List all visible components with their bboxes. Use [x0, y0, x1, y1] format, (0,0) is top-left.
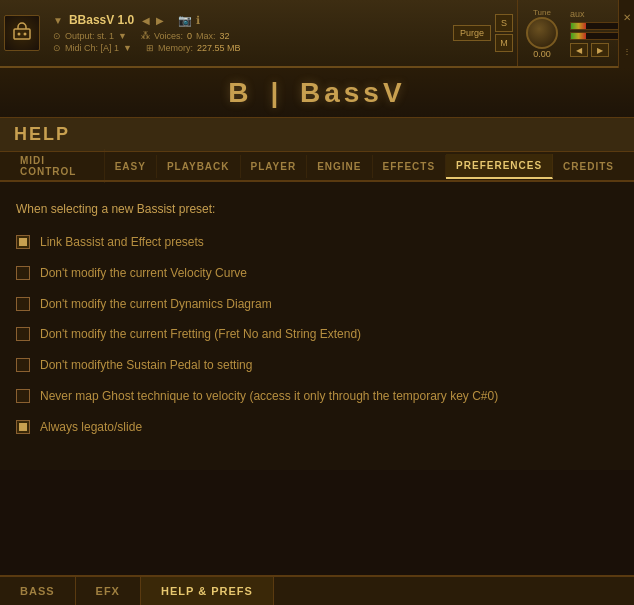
- resize-handle[interactable]: ⋮: [623, 47, 631, 56]
- svg-point-2: [24, 33, 27, 36]
- m-button[interactable]: M: [495, 34, 513, 52]
- camera-icon[interactable]: 📷: [178, 14, 192, 27]
- meter-btn1[interactable]: ◀: [570, 43, 588, 57]
- nav-tabs: MIDI CONTROLEASYPLAYBACKPLAYERENGINEEFFE…: [0, 152, 634, 182]
- option-text-link-bassist: Link Bassist and Effect presets: [40, 234, 204, 251]
- bottom-bar: BASSEFXHELP & PREFS: [0, 575, 634, 605]
- info-icon[interactable]: ℹ: [196, 14, 200, 27]
- plugin-info: ▼ BBassV 1.0 ◀ ▶ 📷 ℹ ⊙ Output: st. 1 ▼ ⁂…: [45, 0, 449, 66]
- top-panel: ▼ BBassV 1.0 ◀ ▶ 📷 ℹ ⊙ Output: st. 1 ▼ ⁂…: [0, 0, 634, 68]
- checkbox-ghost-technique[interactable]: [16, 389, 30, 403]
- checkbox-dynamics-diagram[interactable]: [16, 297, 30, 311]
- section-label: When selecting a new Bassist preset:: [16, 202, 614, 216]
- checkbox-sustain-pedal[interactable]: [16, 358, 30, 372]
- option-row-link-bassist: Link Bassist and Effect presets: [16, 234, 614, 251]
- option-text-legato-slide: Always legato/slide: [40, 419, 142, 436]
- plugin-icon-area: [0, 0, 45, 66]
- meter-btn2[interactable]: ▶: [591, 43, 609, 57]
- plugin-icon: [4, 15, 40, 51]
- close-button[interactable]: ✕: [623, 12, 631, 23]
- tab-credits[interactable]: CREDITS: [553, 155, 624, 178]
- output-info: ⊙ Output: st. 1 ▼: [53, 31, 127, 41]
- purge-button[interactable]: Purge: [453, 25, 491, 41]
- tab-preferences[interactable]: PREFERENCES: [446, 154, 553, 179]
- output-dropdown[interactable]: ▼: [118, 31, 127, 41]
- checkbox-velocity-curve[interactable]: [16, 266, 30, 280]
- option-text-sustain-pedal: Don't modifythe Sustain Pedal to setting: [40, 357, 252, 374]
- help-header: HELP: [0, 118, 634, 152]
- title-arrow: ▼: [53, 15, 63, 26]
- help-title: HELP: [14, 124, 70, 144]
- tab-playback[interactable]: PLAYBACK: [157, 155, 241, 178]
- memory-info: ⊞ Memory: 227.55 MB: [146, 43, 241, 53]
- option-row-dynamics-diagram: Don't modify the current Dynamics Diagra…: [16, 296, 614, 313]
- voices-info: ⁂ Voices: 0 Max: 32: [141, 31, 230, 41]
- option-row-ghost-technique: Never map Ghost technique to velocity (a…: [16, 388, 614, 405]
- option-text-velocity-curve: Don't modify the current Velocity Curve: [40, 265, 247, 282]
- bottom-tab-help-prefs[interactable]: HELP & PREFS: [141, 577, 274, 605]
- tab-player[interactable]: PLAYER: [241, 155, 308, 178]
- tab-effects[interactable]: EFFECTS: [373, 155, 447, 178]
- logo-area: B | BassV: [0, 68, 634, 118]
- tab-engine[interactable]: ENGINE: [307, 155, 372, 178]
- logo-text: B | BassV: [228, 77, 405, 109]
- svg-rect-0: [14, 29, 30, 39]
- checkbox-fretting[interactable]: [16, 327, 30, 341]
- options-list: Link Bassist and Effect presetsDon't mod…: [16, 234, 614, 436]
- tab-midi-control[interactable]: MIDI CONTROL: [10, 149, 105, 183]
- bottom-tab-efx[interactable]: EFX: [76, 577, 141, 605]
- close-resize-area: ✕ ⋮: [618, 0, 634, 68]
- tune-knob[interactable]: [526, 17, 558, 49]
- option-text-ghost-technique: Never map Ghost technique to velocity (a…: [40, 388, 498, 405]
- prev-arrow[interactable]: ◀: [140, 15, 152, 26]
- option-text-fretting: Don't modify the current Fretting (Fret …: [40, 326, 361, 343]
- tab-easy[interactable]: EASY: [105, 155, 157, 178]
- midi-info: ⊙ Midi Ch: [A] 1 ▼: [53, 43, 132, 53]
- s-button[interactable]: S: [495, 14, 513, 32]
- preferences-content: When selecting a new Bassist preset: Lin…: [0, 182, 634, 470]
- checkbox-link-bassist[interactable]: [16, 235, 30, 249]
- right-controls: Purge S M: [449, 0, 517, 66]
- option-row-sustain-pedal: Don't modifythe Sustain Pedal to setting: [16, 357, 614, 374]
- option-row-fretting: Don't modify the current Fretting (Fret …: [16, 326, 614, 343]
- svg-point-1: [18, 33, 21, 36]
- option-row-legato-slide: Always legato/slide: [16, 419, 614, 436]
- midi-dropdown[interactable]: ▼: [123, 43, 132, 53]
- next-arrow[interactable]: ▶: [154, 15, 166, 26]
- option-row-velocity-curve: Don't modify the current Velocity Curve: [16, 265, 614, 282]
- tune-section: Tune 0.00: [517, 0, 566, 66]
- plugin-name: BBassV 1.0: [69, 13, 134, 27]
- option-text-dynamics-diagram: Don't modify the current Dynamics Diagra…: [40, 296, 272, 313]
- bottom-tab-bass[interactable]: BASS: [0, 577, 76, 605]
- checkbox-legato-slide[interactable]: [16, 420, 30, 434]
